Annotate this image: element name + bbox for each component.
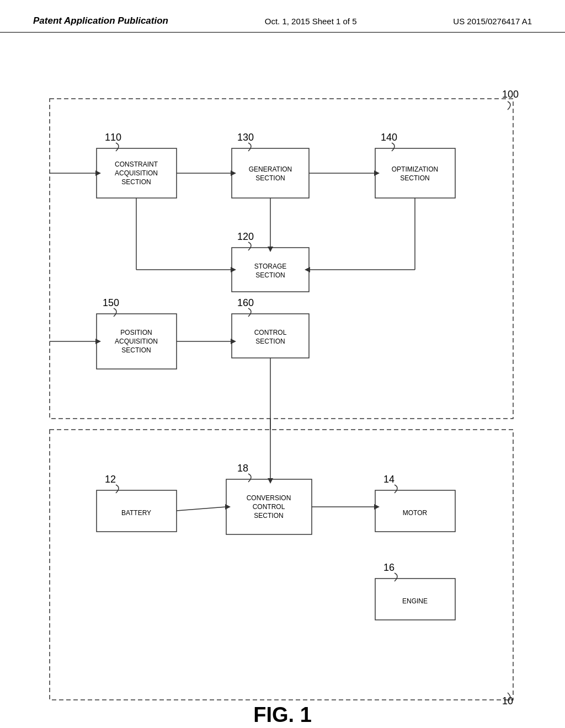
- svg-marker-16: [95, 170, 101, 176]
- page: Patent Application Publication Oct. 1, 2…: [0, 0, 565, 728]
- header: Patent Application Publication Oct. 1, 2…: [0, 0, 565, 33]
- box-constraint-label: CONSTRAINT: [115, 160, 158, 168]
- ref-160: 160: [237, 297, 254, 308]
- svg-text:SECTION: SECTION: [400, 174, 429, 182]
- box-generation-label: GENERATION: [249, 165, 292, 173]
- box-battery-label: BATTERY: [121, 509, 151, 517]
- svg-marker-20: [374, 170, 380, 176]
- svg-marker-18: [231, 170, 236, 176]
- box-engine-label: ENGINE: [402, 597, 428, 605]
- svg-marker-41: [268, 478, 273, 484]
- svg-rect-6: [375, 148, 455, 198]
- svg-rect-33: [50, 430, 513, 700]
- date-sheet-label: Oct. 1, 2015 Sheet 1 of 5: [265, 17, 357, 26]
- ref-18: 18: [237, 463, 248, 474]
- svg-marker-43: [225, 504, 231, 510]
- svg-rect-0: [50, 99, 513, 419]
- fig-label: FIG. 1: [253, 703, 312, 722]
- ref-16: 16: [383, 562, 395, 573]
- svg-marker-32: [231, 339, 236, 344]
- svg-text:SECTION: SECTION: [121, 346, 151, 354]
- box-control-label: CONTROL: [254, 329, 287, 336]
- svg-marker-25: [305, 267, 310, 272]
- ref-130: 130: [237, 132, 254, 143]
- svg-text:SECTION: SECTION: [254, 512, 283, 520]
- svg-text:SECTION: SECTION: [255, 271, 285, 279]
- svg-line-42: [177, 507, 226, 511]
- ref-14: 14: [383, 474, 395, 485]
- svg-rect-4: [232, 148, 309, 198]
- box-conversion-label: CONVERSION: [247, 494, 291, 502]
- ref-100: 100: [502, 89, 519, 100]
- ref-120: 120: [237, 231, 254, 242]
- svg-text:SECTION: SECTION: [121, 178, 151, 186]
- publication-label: Patent Application Publication: [33, 15, 168, 26]
- svg-text:ACQUISITION: ACQUISITION: [115, 169, 158, 177]
- svg-text:SECTION: SECTION: [255, 174, 285, 182]
- svg-marker-30: [95, 339, 101, 344]
- svg-marker-28: [231, 267, 236, 272]
- box-storage-label: STORAGE: [254, 263, 286, 270]
- svg-text:ACQUISITION: ACQUISITION: [115, 338, 158, 345]
- box-position-label: POSITION: [120, 329, 152, 336]
- box-optimization-label: OPTIMIZATION: [392, 165, 438, 173]
- svg-marker-45: [374, 504, 380, 510]
- svg-marker-22: [268, 247, 273, 252]
- diagram-svg: 100 CONSTRAINT ACQUISITION SECTION 110 G…: [0, 33, 565, 722]
- box-motor-label: MOTOR: [403, 509, 428, 517]
- ref-150: 150: [103, 297, 119, 308]
- svg-text:SECTION: SECTION: [255, 338, 285, 345]
- ref-12: 12: [105, 474, 116, 485]
- patent-number-label: US 2015/0276417 A1: [453, 17, 532, 26]
- ref-110: 110: [105, 132, 121, 143]
- diagram-area: 100 CONSTRAINT ACQUISITION SECTION 110 G…: [0, 33, 565, 722]
- svg-text:CONTROL: CONTROL: [253, 503, 285, 511]
- ref-140: 140: [381, 132, 397, 143]
